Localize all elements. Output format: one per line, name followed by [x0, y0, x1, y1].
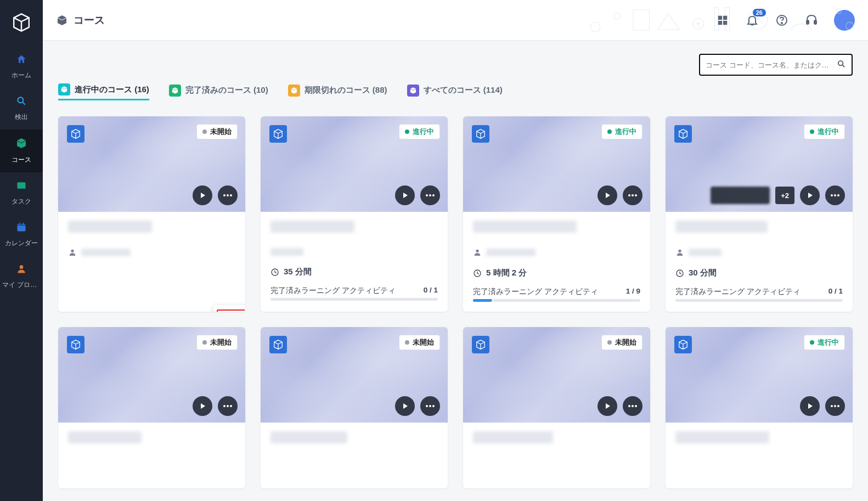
svg-point-32 — [678, 250, 681, 252]
course-search[interactable] — [699, 54, 853, 76]
box-icon — [169, 85, 181, 97]
course-title — [473, 221, 577, 233]
play-button[interactable] — [395, 396, 415, 416]
instructor-row — [473, 248, 640, 257]
package-icon — [674, 336, 692, 353]
sidebar-item-courses[interactable]: コース — [0, 130, 43, 172]
package-icon — [67, 125, 84, 143]
course-card[interactable]: 未開始 — [261, 327, 448, 488]
box-icon — [58, 83, 70, 95]
support-icon[interactable] — [804, 13, 819, 27]
card-menu: Teams へ移動 ディスカッション フォーラム アンケート — [213, 305, 245, 312]
course-title — [270, 431, 347, 443]
course-card[interactable]: 進行中 5 時間 2 分 完了済みラーニング アクティビティ — [463, 116, 650, 312]
svg-point-3 — [18, 97, 23, 103]
search-icon — [2, 95, 41, 109]
course-title — [675, 221, 768, 233]
sidebar-item-calendar[interactable]: カレンダー — [0, 214, 43, 256]
search-input[interactable] — [706, 61, 837, 69]
duration-text: 30 分間 — [689, 268, 717, 278]
apps-icon[interactable] — [715, 13, 730, 27]
course-tabs: 進行中のコース (16) 完了済みのコース (10) 期限切れのコース (88)… — [58, 83, 853, 101]
play-button[interactable] — [598, 396, 617, 416]
more-button[interactable] — [218, 185, 238, 205]
course-card[interactable]: 進行中 +2 30 分間 完了済みラ — [666, 116, 853, 312]
more-button[interactable] — [218, 396, 238, 416]
course-card[interactable]: 進行中 — [666, 327, 853, 488]
svg-point-10 — [590, 22, 600, 32]
notifications-icon[interactable]: 26 — [745, 13, 759, 27]
user-icon — [2, 263, 41, 277]
play-button[interactable] — [800, 396, 820, 416]
svg-point-27 — [838, 60, 843, 65]
more-button[interactable] — [825, 396, 845, 416]
course-grid: 未開始 Teams へ移動 ディスカッション フォーラム アンケート — [58, 116, 853, 488]
more-button[interactable] — [623, 185, 642, 205]
svg-rect-7 — [19, 223, 20, 225]
course-title — [68, 221, 152, 233]
duration-row: 35 分間 — [270, 267, 438, 277]
play-button[interactable] — [395, 185, 415, 205]
package-icon — [269, 125, 287, 143]
more-button[interactable] — [420, 185, 440, 205]
more-button[interactable] — [825, 185, 845, 205]
status-badge: 未開始 — [601, 335, 642, 350]
svg-point-11 — [614, 13, 621, 20]
svg-rect-22 — [723, 20, 727, 24]
course-card[interactable]: 未開始 — [463, 327, 650, 488]
status-badge: 未開始 — [399, 335, 440, 350]
app-logo — [11, 12, 32, 33]
task-icon — [2, 180, 41, 194]
duration-row: 30 分間 — [675, 268, 843, 278]
tab-in-progress[interactable]: 進行中のコース (16) — [58, 83, 149, 100]
more-button[interactable] — [420, 396, 440, 416]
svg-point-28 — [71, 250, 74, 252]
sidebar-item-home[interactable]: ホーム — [0, 46, 43, 88]
sidebar-item-tasks[interactable]: タスク — [0, 172, 43, 214]
course-card[interactable]: 未開始 — [58, 327, 245, 488]
tab-label: 期限切れのコース (88) — [305, 85, 387, 95]
progress-bar — [675, 299, 843, 302]
play-button[interactable] — [193, 185, 212, 205]
package-icon — [472, 125, 489, 143]
header: コース 26 — [43, 0, 868, 41]
avatar[interactable] — [834, 10, 855, 31]
course-card[interactable]: 進行中 35 分間 完了済みラーニング アクティビティ 0 / 1 — [261, 116, 448, 312]
progress-bar — [473, 299, 640, 302]
progress-label: 完了済みラーニング アクティビティ 0 / 1 — [270, 286, 438, 296]
package-icon — [674, 125, 692, 143]
search-icon — [837, 59, 846, 71]
notification-badge: 26 — [753, 9, 766, 16]
home-icon — [2, 54, 41, 67]
more-tags-pill[interactable]: +2 — [775, 187, 794, 204]
play-button[interactable] — [193, 396, 212, 416]
svg-rect-19 — [718, 15, 722, 19]
instructor-row — [68, 248, 235, 257]
svg-point-13 — [693, 19, 704, 30]
box-icon — [288, 85, 300, 97]
tab-all[interactable]: すべてのコース (114) — [407, 83, 503, 100]
tab-expired[interactable]: 期限切れのコース (88) — [288, 83, 387, 100]
course-title — [473, 431, 553, 443]
svg-rect-25 — [807, 20, 809, 24]
play-button[interactable] — [800, 185, 820, 205]
course-title — [675, 431, 769, 443]
tab-completed[interactable]: 完了済みのコース (10) — [169, 83, 268, 100]
course-title — [68, 431, 142, 443]
sidebar-item-profile[interactable]: マイ プロフ… — [0, 256, 43, 297]
status-badge: 進行中 — [804, 124, 845, 139]
play-button[interactable] — [598, 185, 617, 205]
sidebar-item-discover[interactable]: 検出 — [0, 88, 43, 130]
sidebar-item-label: タスク — [2, 197, 41, 206]
sidebar-item-label: コース — [2, 155, 41, 165]
more-button[interactable] — [623, 396, 642, 416]
help-icon[interactable] — [775, 13, 789, 27]
course-card[interactable]: 未開始 Teams へ移動 ディスカッション フォーラム アンケート — [58, 116, 245, 312]
tag-pill — [711, 187, 770, 204]
status-badge: 未開始 — [196, 335, 238, 350]
status-badge: 進行中 — [601, 124, 642, 139]
tab-label: すべてのコース (114) — [424, 85, 503, 95]
menu-item-teams[interactable]: Teams へ移動 — [217, 309, 245, 312]
tab-label: 完了済みのコース (10) — [185, 85, 268, 95]
instructor-row — [270, 248, 438, 256]
